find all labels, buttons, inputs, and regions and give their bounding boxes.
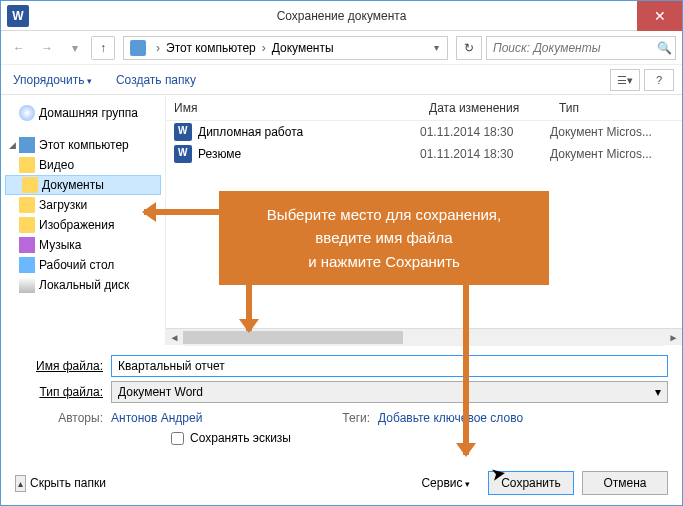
up-button[interactable]: ↑ (91, 36, 115, 60)
authors-value[interactable]: Антонов Андрей (111, 411, 202, 425)
column-type[interactable]: Тип (551, 101, 682, 115)
breadcrumb-folder[interactable]: Документы (272, 41, 334, 55)
column-headers: Имя Дата изменения Тип (166, 95, 682, 121)
filetype-label: Тип файла: (15, 385, 103, 399)
close-button[interactable]: ✕ (637, 1, 682, 31)
save-thumbnail-checkbox[interactable] (171, 432, 184, 445)
filename-label: Имя файла: (15, 359, 103, 373)
sidebar-item-music[interactable]: Музыка (1, 235, 165, 255)
authors-label: Авторы: (15, 411, 103, 425)
file-row[interactable]: Резюме 01.11.2014 18:30 Документ Micros.… (166, 143, 682, 165)
cancel-button[interactable]: Отмена (582, 471, 668, 495)
tools-menu[interactable]: Сервис (421, 476, 470, 490)
filetype-select[interactable]: Документ Word▾ (111, 381, 668, 403)
filename-input[interactable] (111, 355, 668, 377)
fields: Имя файла: Тип файла: Документ Word▾ Авт… (1, 345, 682, 451)
sidebar-homegroup[interactable]: Домашняя группа (1, 103, 165, 123)
save-thumbnail-label: Сохранять эскизы (190, 431, 291, 445)
organize-menu[interactable]: Упорядочить (13, 73, 92, 87)
tags-label: Теги: (342, 411, 370, 425)
file-row[interactable]: Дипломная работа 01.11.2014 18:30 Докуме… (166, 121, 682, 143)
callout-arrow-save (463, 281, 469, 455)
sidebar-this-pc[interactable]: ◢Этот компьютер (1, 135, 165, 155)
column-date[interactable]: Дата изменения (421, 101, 551, 115)
word-doc-icon (174, 123, 192, 141)
breadcrumb-dropdown-icon[interactable]: ▾ (434, 42, 439, 53)
pc-icon (130, 40, 146, 56)
instruction-callout: Выберите место для сохранения, введите и… (219, 191, 549, 285)
word-doc-icon (174, 145, 192, 163)
titlebar: W Сохранение документа ✕ (1, 1, 682, 31)
scroll-right-icon[interactable]: ► (665, 329, 682, 346)
hide-folders-button[interactable]: Скрыть папки (15, 475, 106, 492)
refresh-button[interactable]: ↻ (456, 36, 482, 60)
chevron-down-icon: ▾ (655, 385, 661, 399)
callout-arrow-filename (246, 281, 252, 331)
callout-arrow-left (144, 209, 219, 215)
sidebar-item-desktop[interactable]: Рабочий стол (1, 255, 165, 275)
breadcrumb[interactable]: Этот компьютер Документы ▾ (123, 36, 448, 60)
footer: Скрыть папки Сервис Сохранить Отмена (1, 451, 682, 505)
navbar: ← → ▾ ↑ Этот компьютер Документы ▾ ↻ 🔍 (1, 31, 682, 65)
sidebar-item-disk[interactable]: Локальный диск (1, 275, 165, 295)
view-options-button[interactable]: ☰▾ (610, 69, 640, 91)
scroll-left-icon[interactable]: ◄ (166, 329, 183, 346)
search-icon[interactable]: 🔍 (653, 41, 675, 55)
forward-button[interactable]: → (35, 36, 59, 60)
toolbar: Упорядочить Создать папку ☰▾ ? (1, 65, 682, 95)
column-name[interactable]: Имя (166, 101, 421, 115)
recent-dropdown-button[interactable]: ▾ (63, 36, 87, 60)
search-box[interactable]: 🔍 (486, 36, 676, 60)
sidebar-item-video[interactable]: Видео (1, 155, 165, 175)
scroll-thumb[interactable] (183, 331, 403, 344)
breadcrumb-root[interactable]: Этот компьютер (166, 41, 256, 55)
sidebar-item-documents[interactable]: Документы (5, 175, 161, 195)
back-button[interactable]: ← (7, 36, 31, 60)
tags-value[interactable]: Добавьте ключевое слово (378, 411, 523, 425)
search-input[interactable] (487, 41, 653, 55)
new-folder-button[interactable]: Создать папку (116, 73, 196, 87)
help-button[interactable]: ? (644, 69, 674, 91)
word-app-icon: W (7, 5, 29, 27)
window-title: Сохранение документа (1, 9, 682, 23)
